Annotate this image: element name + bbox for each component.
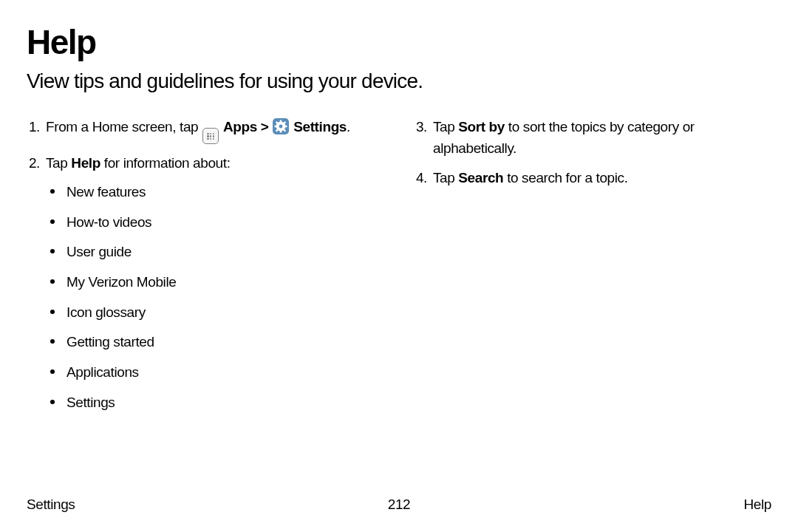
bullet-list: New features How-to videos User guide My… bbox=[27, 183, 384, 412]
page-title: Help bbox=[27, 22, 771, 62]
step-text-end: to search for a topic. bbox=[503, 170, 627, 185]
left-column: 1. From a Home screen, tap Apps > Settin… bbox=[27, 117, 384, 423]
step-text: Tap bbox=[46, 155, 71, 171]
step-text: Tap bbox=[433, 119, 458, 134]
list-item: Getting started bbox=[50, 333, 384, 352]
step-4: 4. Tap Search to search for a topic. bbox=[414, 168, 771, 189]
svg-rect-2 bbox=[280, 120, 282, 123]
settings-label: Settings bbox=[293, 119, 347, 134]
svg-rect-4 bbox=[275, 126, 277, 127]
step-number: 1. bbox=[27, 117, 46, 144]
step-body: From a Home screen, tap Apps > Settings. bbox=[46, 117, 384, 144]
page-footer: Settings 212 Help bbox=[27, 497, 771, 513]
step-body: Tap Sort by to sort the topics by catego… bbox=[433, 117, 771, 159]
list-item: Settings bbox=[50, 394, 384, 412]
step-text: Tap bbox=[433, 170, 458, 185]
list-item: Icon glossary bbox=[50, 304, 384, 322]
step-text: From a Home screen, tap bbox=[46, 119, 202, 134]
sortby-label: Sort by bbox=[458, 119, 505, 134]
step-body: Tap Help for information about: bbox=[46, 153, 384, 174]
apps-label: Apps bbox=[223, 119, 257, 134]
apps-icon bbox=[202, 128, 219, 144]
step-text-end: . bbox=[347, 119, 350, 134]
step-body: Tap Search to search for a topic. bbox=[433, 168, 771, 189]
step-number: 3. bbox=[414, 117, 433, 159]
list-item: How-to videos bbox=[50, 214, 384, 232]
footer-left: Settings bbox=[27, 497, 75, 513]
step-3: 3. Tap Sort by to sort the topics by cat… bbox=[414, 117, 771, 159]
step-number: 2. bbox=[27, 153, 46, 174]
step-2: 2. Tap Help for information about: bbox=[27, 153, 384, 174]
svg-rect-5 bbox=[285, 126, 287, 127]
page-subtitle: View tips and guidelines for using your … bbox=[27, 69, 771, 93]
separator: > bbox=[257, 119, 272, 134]
svg-rect-3 bbox=[280, 131, 282, 133]
search-label: Search bbox=[458, 170, 503, 185]
list-item: User guide bbox=[50, 243, 384, 262]
svg-point-1 bbox=[279, 125, 283, 129]
content-columns: 1. From a Home screen, tap Apps > Settin… bbox=[27, 117, 771, 423]
list-item: My Verizon Mobile bbox=[50, 273, 384, 292]
list-item: New features bbox=[50, 183, 384, 202]
footer-right: Help bbox=[744, 497, 771, 513]
step-number: 4. bbox=[414, 168, 433, 189]
list-item: Applications bbox=[50, 364, 384, 382]
right-column: 3. Tap Sort by to sort the topics by cat… bbox=[414, 117, 771, 423]
step-text-end: for information about: bbox=[100, 155, 231, 171]
page-number: 212 bbox=[388, 497, 411, 513]
settings-gear-icon bbox=[273, 118, 289, 134]
step-1: 1. From a Home screen, tap Apps > Settin… bbox=[27, 117, 384, 144]
help-label: Help bbox=[71, 155, 100, 171]
